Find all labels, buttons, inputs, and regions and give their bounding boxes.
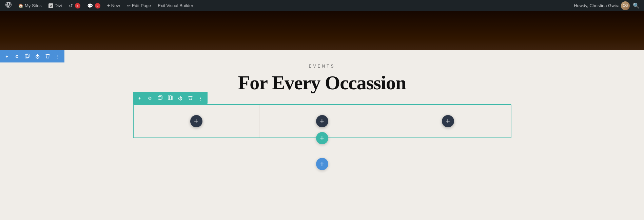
add-module-col1-button[interactable]: + xyxy=(190,115,202,127)
duplicate-icon xyxy=(25,54,30,59)
user-avatar[interactable]: CG xyxy=(621,1,630,10)
edit-page-item[interactable]: ✏ Edit Page xyxy=(124,0,154,11)
svg-rect-5 xyxy=(168,96,170,100)
row-gear-icon: ⚙ xyxy=(148,96,152,101)
add-module-col3-button[interactable]: + xyxy=(442,115,454,127)
add-col2-icon: + xyxy=(320,117,324,126)
add-icon: + xyxy=(5,54,8,59)
power-icon: ⏻ xyxy=(35,54,40,59)
add-section-button[interactable]: + xyxy=(316,158,328,170)
howdy-text: Howdy, Christina Gwira xyxy=(574,3,620,8)
exit-visual-builder-label: Exit Visual Builder xyxy=(158,3,193,8)
add-col3-icon: + xyxy=(446,117,450,126)
divi-icon: D xyxy=(48,3,53,8)
new-label: New xyxy=(111,3,120,8)
updates-badge: 3 xyxy=(75,3,80,8)
row-more-icon: ⋮ xyxy=(198,96,203,101)
section-power-button[interactable]: ⏻ xyxy=(33,52,42,61)
add-module-col2-button[interactable]: + xyxy=(316,115,328,127)
add-row-icon: + xyxy=(320,134,324,143)
row-columns-button[interactable] xyxy=(165,93,175,103)
svg-rect-6 xyxy=(170,96,171,100)
row-columns-icon xyxy=(168,95,173,101)
row-col-1: + xyxy=(134,105,259,138)
updates-item[interactable]: ↺ 3 xyxy=(66,0,83,11)
new-plus-icon: + xyxy=(107,3,110,9)
events-label: EVENTS xyxy=(309,64,335,69)
wordpress-icon xyxy=(5,2,12,10)
admin-bar: 🏠 My Sites D Divi ↺ 3 💬 0 + New ✏ Edit P… xyxy=(0,0,644,11)
row-power-icon: ⏻ xyxy=(178,96,182,101)
section-duplicate-button[interactable] xyxy=(22,52,32,61)
row-toolbar: + ⚙ xyxy=(133,92,208,104)
exit-visual-builder-item[interactable]: Exit Visual Builder xyxy=(155,0,196,11)
page-section-toolbar: + ⚙ ⏻ ⋮ xyxy=(0,50,64,62)
row-add-button[interactable]: + xyxy=(135,93,144,103)
my-sites-item[interactable]: 🏠 My Sites xyxy=(16,0,44,11)
divi-item[interactable]: D Divi xyxy=(46,0,65,11)
wordpress-logo-item[interactable] xyxy=(3,0,14,11)
gear-icon: ⚙ xyxy=(15,54,19,59)
my-sites-label: My Sites xyxy=(25,3,42,8)
section-add-button[interactable]: + xyxy=(2,52,12,61)
comments-item[interactable]: 💬 0 xyxy=(84,0,103,11)
row-settings-button[interactable]: ⚙ xyxy=(145,93,155,103)
pencil-icon: ✏ xyxy=(127,3,131,8)
events-section: EVENTS For Every Occassion + ⚙ xyxy=(0,50,644,170)
row-duplicate-button[interactable] xyxy=(155,93,165,103)
hero-overlay xyxy=(0,11,644,50)
trash-icon xyxy=(45,54,50,59)
comment-icon: 💬 xyxy=(87,3,93,8)
edit-page-label: Edit Page xyxy=(132,3,151,8)
main-content: + ⚙ ⏻ ⋮ EVENTS xyxy=(0,50,644,220)
divi-label: Divi xyxy=(55,3,62,8)
sync-icon: ↺ xyxy=(69,3,73,8)
row-container: + ⚙ xyxy=(133,104,511,144)
row-power-button[interactable]: ⏻ xyxy=(176,93,185,103)
home-icon: 🏠 xyxy=(18,3,23,8)
events-title: For Every Occassion xyxy=(238,71,406,94)
more-icon: ⋮ xyxy=(56,54,60,59)
section-settings-button[interactable]: ⚙ xyxy=(12,52,22,61)
add-row-button[interactable]: + xyxy=(316,132,328,144)
section-delete-button[interactable] xyxy=(43,52,52,61)
hero-area xyxy=(0,11,644,50)
row-delete-button[interactable] xyxy=(186,93,195,103)
row-add-icon: + xyxy=(138,96,141,101)
admin-bar-right: Howdy, Christina Gwira CG 🔍 xyxy=(574,1,641,11)
add-section-icon: + xyxy=(320,160,324,168)
add-col1-icon: + xyxy=(194,117,198,126)
comments-badge: 0 xyxy=(95,3,100,8)
row-col-3: + xyxy=(385,105,511,138)
search-icon: 🔍 xyxy=(633,2,640,9)
svg-rect-7 xyxy=(172,96,172,100)
row-more-button[interactable]: ⋮ xyxy=(196,93,206,103)
row-trash-icon xyxy=(188,95,193,101)
row-duplicate-icon xyxy=(158,95,162,101)
search-button[interactable]: 🔍 xyxy=(631,1,641,11)
new-item[interactable]: + New xyxy=(104,3,123,9)
section-more-button[interactable]: ⋮ xyxy=(53,52,62,61)
